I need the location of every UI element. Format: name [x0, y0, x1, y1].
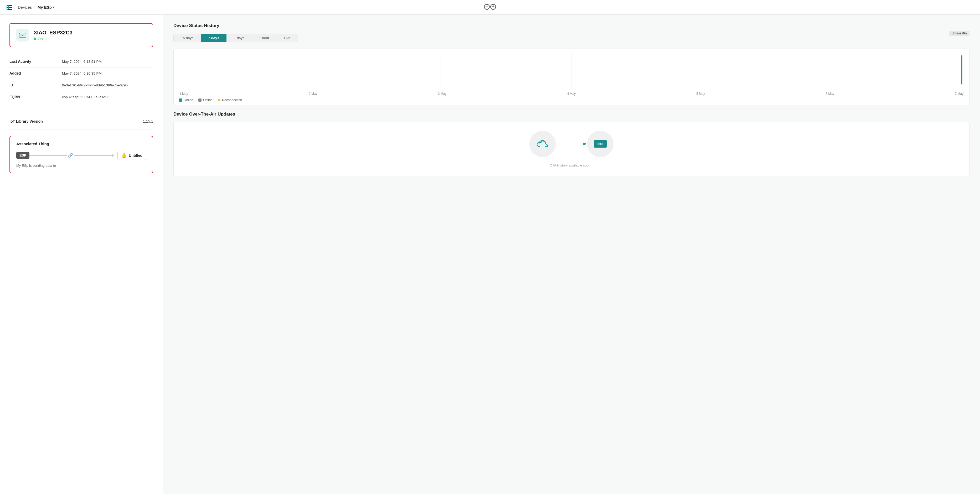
chart-legend: Online Offline Reconnection: [179, 98, 964, 102]
status-indicator: [33, 38, 36, 40]
device-status: Online: [33, 37, 73, 41]
svg-point-17: [600, 143, 601, 145]
legend-online-label: Online: [184, 98, 193, 102]
library-version-row: IoT Library Version 1.15.1: [10, 116, 153, 127]
fqbn-value: esp32:esp32:XIAO_ESP32C3: [62, 91, 153, 103]
left-panel: XIAO_ESP32C3 Online Last Activity May 7,…: [0, 15, 163, 494]
status-text: Online: [38, 37, 48, 41]
flow-arrow: [112, 154, 114, 157]
id-label: ID: [10, 79, 62, 91]
chart-label-1may: 1 May: [180, 92, 188, 95]
chevron-down-icon[interactable]: ▾: [53, 6, 54, 9]
arduino-logo: [482, 3, 498, 11]
device-info: XIAO_ESP32C3 Online: [33, 30, 73, 41]
device-name: XIAO_ESP32C3: [33, 30, 73, 36]
chart-labels: 1 May 2 May 3 May 4 May 5 May 6 May 7 Ma…: [179, 92, 964, 95]
thing-name: Untitled: [129, 153, 142, 157]
tab-live[interactable]: Live: [277, 34, 298, 42]
associated-thing-title: Associated Thing: [16, 141, 146, 146]
chart-label-3may: 3 May: [438, 92, 447, 95]
ota-diagram: [530, 131, 614, 157]
thing-badge[interactable]: 🔔 Untitled: [118, 151, 146, 160]
tab-7days[interactable]: 7 days: [201, 34, 226, 42]
legend-online-dot: [179, 98, 182, 102]
header: Devices › My ESp ▾: [0, 0, 980, 15]
time-tabs: 15 days 7 days 1 days 1 hour Live: [173, 33, 298, 42]
fqbn-row: FQBN esp32:esp32:XIAO_ESP32C3: [10, 91, 153, 103]
tab-15days[interactable]: 15 days: [173, 34, 201, 42]
ota-device-inner: [594, 140, 607, 148]
breadcrumb-current: My ESp ▾: [38, 5, 54, 10]
fqbn-label: FQBN: [10, 91, 62, 103]
legend-online: Online: [179, 98, 193, 102]
legend-reconnection: Reconnection: [218, 98, 242, 102]
breadcrumb-root[interactable]: Devices: [18, 5, 32, 10]
grid-line-5: [702, 53, 702, 90]
breadcrumb-current-label: My ESp: [38, 5, 52, 10]
ota-section: OTA History available soon...: [173, 122, 969, 176]
flow-line-2: [74, 155, 111, 156]
ota-status-text: OTA History available soon...: [550, 164, 593, 167]
right-panel: Device Status History 15 days 7 days 1 d…: [163, 15, 980, 494]
breadcrumb-separator: ›: [34, 5, 35, 10]
grid-line-4: [571, 53, 571, 90]
tab-1day[interactable]: 1 days: [226, 34, 252, 42]
legend-reconnection-label: Reconnection: [222, 98, 242, 102]
id-row: ID 0e3ef791-b6c2-4b4b-8d9f-1386a75e679b: [10, 79, 153, 91]
main-layout: XIAO_ESP32C3 Online Last Activity May 7,…: [0, 15, 980, 494]
added-row: Added May 7, 2024, 5:30:35 PM: [10, 67, 153, 79]
added-label: Added: [10, 67, 62, 79]
bell-icon: 🔔: [121, 153, 127, 158]
sidebar-toggle-button[interactable]: [5, 3, 14, 11]
status-history-title: Device Status History: [173, 23, 969, 29]
device-info-table: Last Activity May 7, 2024, 6:13:51 PM Ad…: [10, 56, 153, 103]
status-chart: 1 May 2 May 3 May 4 May 5 May 6 May 7 Ma…: [173, 49, 969, 105]
last-activity-row: Last Activity May 7, 2024, 6:13:51 PM: [10, 56, 153, 67]
tab-1hour[interactable]: 1 hour: [252, 34, 277, 42]
ota-cloud-icon: [530, 131, 556, 157]
uptime-label: Uptime: [951, 32, 961, 35]
chart-area: [179, 53, 964, 90]
breadcrumb: Devices › My ESp ▾: [18, 5, 54, 10]
grid-line-2: [310, 53, 310, 90]
legend-offline-dot: [198, 98, 202, 102]
last-activity-label: Last Activity: [10, 56, 62, 67]
device-card: XIAO_ESP32C3 Online: [10, 23, 153, 47]
associated-thing-card: Associated Thing ESP 🔗 🔔 Untitled My ESp…: [10, 136, 153, 173]
grid-line-1: [179, 53, 179, 90]
ota-device-icon: [587, 131, 614, 157]
chart-label-4may: 4 May: [567, 92, 576, 95]
legend-offline-label: Offline: [203, 98, 213, 102]
id-value: 0e3ef791-b6c2-4b4b-8d9f-1386a75e679b: [62, 79, 153, 91]
chart-label-2may: 2 May: [309, 92, 317, 95]
chart-label-5may: 5 May: [697, 92, 705, 95]
last-activity-value: May 7, 2024, 6:13:51 PM: [62, 56, 153, 67]
uptime-value: 0%: [963, 32, 967, 35]
link-icon: 🔗: [67, 152, 74, 159]
svg-point-11: [22, 35, 23, 36]
chart-label-7may: 7 May: [955, 92, 963, 95]
grid-line-6: [833, 53, 833, 90]
esp-badge: ESP: [16, 152, 29, 159]
flow-line-1: [29, 155, 67, 156]
svg-rect-1: [6, 7, 12, 8]
lib-version-value: 1.15.1: [143, 119, 153, 124]
grid-line-7: [964, 53, 964, 90]
svg-marker-14: [583, 143, 587, 145]
device-icon: [16, 29, 29, 41]
grid-line-3: [441, 53, 441, 90]
associated-thing-flow: ESP 🔗 🔔 Untitled: [16, 151, 146, 160]
added-value: May 7, 2024, 5:30:35 PM: [62, 67, 153, 79]
ota-arrow: [556, 142, 587, 146]
chart-grid-lines: [179, 53, 964, 90]
chart-bar-teal: [961, 55, 963, 84]
chart-label-6may: 6 May: [826, 92, 834, 95]
lib-version-label: IoT Library Version: [10, 119, 43, 124]
uptime-badge: Uptime 0%: [949, 31, 969, 36]
associated-description: My ESp is sending data to: [16, 164, 146, 168]
legend-reconnection-dot: [218, 99, 220, 102]
ota-title: Device Over-The-Air Updates: [173, 112, 969, 117]
legend-offline: Offline: [198, 98, 213, 102]
